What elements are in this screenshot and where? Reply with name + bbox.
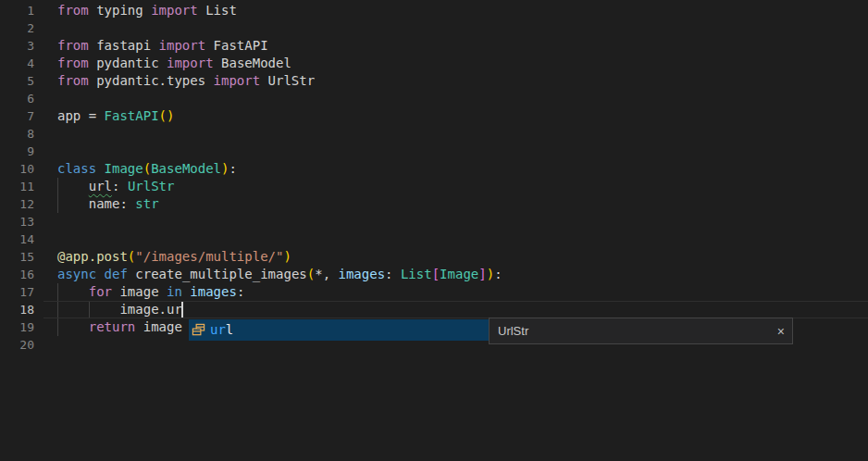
line-number: 6 bbox=[0, 90, 34, 107]
code-text: @app.post("/images/multiple/") bbox=[57, 249, 291, 264]
code-line[interactable]: 3from fastapi import FastAPI bbox=[0, 37, 868, 55]
line-number: 11 bbox=[0, 178, 34, 195]
code-text: from pydantic import BaseModel bbox=[57, 56, 291, 70]
suggestion-label: url bbox=[210, 321, 233, 339]
code-line[interactable]: 15@app.post("/images/multiple/") bbox=[0, 248, 868, 266]
line-number: 12 bbox=[0, 195, 34, 213]
code-line[interactable]: 8 bbox=[0, 125, 868, 143]
code-line[interactable]: 16async def create_multiple_images(*, im… bbox=[0, 266, 868, 283]
close-icon[interactable]: × bbox=[777, 325, 785, 338]
line-number: 9 bbox=[0, 143, 34, 160]
code-text: return image bbox=[57, 319, 182, 334]
code-line[interactable]: 11 url: UrlStr bbox=[0, 178, 868, 195]
text-cursor bbox=[181, 302, 183, 318]
code-line[interactable]: 2 bbox=[0, 19, 868, 37]
code-line[interactable]: 10class Image(BaseModel): bbox=[0, 160, 868, 178]
suggestion-match-text: ur bbox=[210, 322, 226, 337]
suggestion-detail-type: UrlStr bbox=[498, 322, 528, 340]
line-number: 18 bbox=[0, 301, 34, 318]
code-text: image.ur bbox=[57, 302, 182, 317]
code-editor[interactable]: 1from typing import List23from fastapi i… bbox=[0, 0, 868, 461]
line-number: 1 bbox=[0, 2, 34, 19]
line-number: 16 bbox=[0, 266, 34, 283]
suggestion-item-url[interactable]: url bbox=[189, 319, 489, 341]
indent-guide bbox=[57, 178, 58, 195]
code-text: class Image(BaseModel): bbox=[57, 161, 237, 176]
code-line[interactable]: 5from pydantic.types import UrlStr bbox=[0, 72, 868, 90]
line-number: 14 bbox=[0, 230, 34, 248]
code-text: name: str bbox=[57, 196, 159, 211]
code-line[interactable]: 18 image.ur bbox=[0, 301, 868, 318]
code-text: from pydantic.types import UrlStr bbox=[57, 73, 315, 88]
line-number: 2 bbox=[0, 19, 34, 37]
indent-guide bbox=[89, 301, 90, 318]
code-text: async def create_multiple_images(*, imag… bbox=[57, 267, 502, 281]
suggestion-rest-text: l bbox=[226, 322, 233, 337]
line-number: 4 bbox=[0, 55, 34, 72]
code-line[interactable]: 13 bbox=[0, 213, 868, 230]
line-number: 7 bbox=[0, 107, 34, 125]
code-line[interactable]: 14 bbox=[0, 230, 868, 248]
line-number: 3 bbox=[0, 37, 34, 55]
code-text: from fastapi import FastAPI bbox=[57, 38, 268, 53]
indent-guide bbox=[57, 318, 58, 336]
line-number: 10 bbox=[0, 160, 34, 178]
code-line[interactable]: 1from typing import List bbox=[0, 2, 868, 19]
code-line[interactable]: 9 bbox=[0, 143, 868, 160]
code-line[interactable]: 7app = FastAPI() bbox=[0, 107, 868, 125]
line-number: 19 bbox=[0, 318, 34, 336]
code-text: url: UrlStr bbox=[57, 179, 174, 193]
suggestion-details-panel: UrlStr × bbox=[489, 318, 793, 344]
line-number: 5 bbox=[0, 72, 34, 90]
indent-guide bbox=[57, 195, 58, 213]
indent-guide bbox=[57, 301, 58, 318]
code-line[interactable]: 4from pydantic import BaseModel bbox=[0, 55, 868, 72]
line-number: 13 bbox=[0, 213, 34, 230]
code-line[interactable]: 12 name: str bbox=[0, 195, 868, 213]
field-icon bbox=[192, 323, 205, 337]
code-line[interactable]: 17 for image in images: bbox=[0, 283, 868, 301]
indent-guide bbox=[57, 283, 58, 301]
line-number: 8 bbox=[0, 125, 34, 143]
line-number: 20 bbox=[0, 336, 34, 354]
code-text: from typing import List bbox=[57, 3, 237, 18]
code-lines: 1from typing import List23from fastapi i… bbox=[0, 2, 868, 354]
code-text: app = FastAPI() bbox=[57, 108, 174, 123]
code-text: for image in images: bbox=[57, 284, 244, 299]
line-number: 15 bbox=[0, 248, 34, 266]
line-number: 17 bbox=[0, 283, 34, 301]
code-line[interactable]: 6 bbox=[0, 90, 868, 107]
